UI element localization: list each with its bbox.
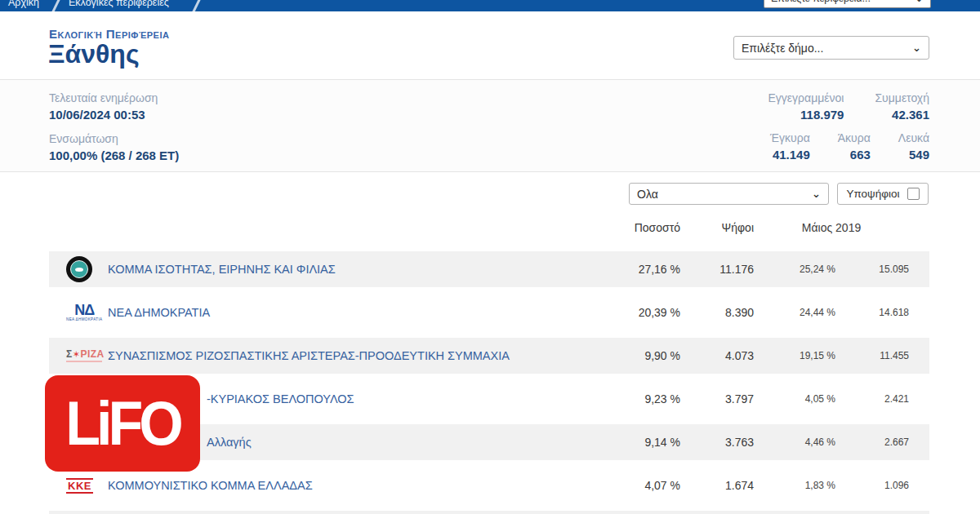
votes-cell: 3.797 [680, 392, 754, 405]
chevron-down-icon: ⌄ [812, 190, 821, 198]
chevron-down-icon: ⌄ [915, 0, 924, 2]
votes-cell: 8.390 [680, 306, 754, 319]
table-row[interactable]: ΚΟΜΜΑ ΙΣΟΤΗΤΑΣ, ΕΙΡΗΝΗΣ ΚΑΙ ΦΙΛΙΑΣ 27,16… [49, 251, 929, 287]
syriza-caption-bar [66, 361, 102, 362]
breadcrumb-home[interactable]: Αρχική [8, 0, 39, 9]
syriza-logo: Σ ✶ ΡΙΖΑ [49, 349, 108, 362]
valid-label: Έγκυρα [770, 130, 810, 146]
percent-cell: 9,23 % [603, 392, 680, 405]
stats-band: Τελευταία ενημέρωση 10/06/2024 00:53 Ενσ… [0, 80, 980, 172]
votes-cell: 4.073 [680, 349, 754, 362]
breadcrumb-separator [190, 0, 203, 11]
column-header-prev: Μάιος 2019 [754, 221, 909, 234]
turnout-label: Συμμετοχή [875, 90, 929, 106]
lifo-wordmark: LiFO [65, 392, 179, 454]
table-row[interactable] [49, 511, 929, 514]
kke-logo: ΚΚΕ [49, 478, 108, 494]
prev-percent-cell: 25,24 % [754, 264, 835, 275]
kief-logo [49, 256, 108, 282]
syriza-riza: ΡΙΖΑ [80, 349, 104, 359]
prev-votes-cell: 2.667 [835, 436, 909, 448]
party-name: ΝΕΑ ΔΗΜΟΚΡΑΤΙΑ [108, 306, 603, 319]
prev-votes-cell: 2.421 [835, 393, 909, 405]
candidates-checkbox[interactable] [907, 188, 920, 200]
breadcrumb-separator [50, 0, 63, 11]
breadcrumb-regions[interactable]: Εκλογικές περιφέρειες [69, 0, 169, 9]
registered-value: 118.979 [768, 106, 844, 123]
party-name: ΚΟΜΜΑ ΙΣΟΤΗΤΑΣ, ΕΙΡΗΝΗΣ ΚΑΙ ΦΙΛΙΑΣ [108, 263, 603, 276]
page-title: Ξάνθης [48, 39, 140, 69]
candidates-label: Υποψήφιοι [846, 188, 899, 200]
column-header-percent: Ποσοστό [603, 221, 680, 234]
last-update-label: Τελευταία ενημέρωση [49, 90, 179, 106]
percent-cell: 9,90 % [603, 349, 680, 362]
column-header-votes: Ψήφοι [680, 221, 754, 234]
top-nav-bar: Αρχική Εκλογικές περιφέρειες Επιλέξτε πε… [0, 0, 980, 11]
invalid-label: Άκυρα [838, 130, 871, 146]
table-header: Ποσοστό Ψήφοι Μάιος 2019 [49, 221, 929, 234]
percent-cell: 27,16 % [603, 263, 680, 276]
registered-label: Εγγεγραμμένοι [768, 90, 844, 106]
prev-votes-cell: 1.096 [835, 480, 909, 491]
last-update-value: 10/06/2024 00:53 [49, 106, 179, 123]
table-row[interactable]: Σ ✶ ΡΙΖΑ ΣΥΝΑΣΠΙΣΜΟΣ ΡΙΖΟΣΠΑΣΤΙΚΗΣ ΑΡΙΣΤ… [49, 338, 929, 374]
prev-percent-cell: 4,05 % [754, 393, 835, 405]
votes-cell: 3.763 [680, 436, 754, 449]
municipality-select[interactable]: Επιλέξτε δήμο... ⌄ [733, 36, 929, 60]
nd-caption: ΝΕΑ ΔΗΜΟΚΡΑΤΙΑ [66, 318, 102, 322]
table-row[interactable]: ΚΚΕ ΚΟΜΜΟΥΝΙΣΤΙΚΟ ΚΟΜΜΑ ΕΛΛΑΔΑΣ 4,07 % 1… [49, 467, 929, 503]
votes-cell: 1.674 [680, 479, 754, 492]
region-select[interactable]: Επιλέξτε περιφέρεια... ⌄ [764, 0, 931, 8]
votes-cell: 11.176 [680, 263, 754, 276]
results-filter-value: Ολα [637, 188, 658, 201]
percent-cell: 9,14 % [603, 436, 680, 449]
integration-label: Ενσωμάτωση [49, 131, 179, 147]
party-name: ΣΥΝΑΣΠΙΣΜΟΣ ΡΙΖΟΣΠΑΣΤΙΚΗΣ ΑΡΙΣΤΕΡΑΣ-ΠΡΟΟ… [108, 349, 603, 362]
prev-percent-cell: 19,15 % [754, 350, 835, 361]
region-select-value: Επιλέξτε περιφέρεια... [771, 0, 871, 4]
candidates-toggle[interactable]: Υποψήφιοι [837, 183, 929, 205]
prev-percent-cell: 1,83 % [754, 480, 835, 491]
table-row[interactable]: ΝΔ ΝΕΑ ΔΗΜΟΚΡΑΤΙΑ ΝΕΑ ΔΗΜΟΚΡΑΤΙΑ 20,39 %… [49, 295, 929, 330]
nd-mark: ΝΔ [74, 303, 94, 317]
integration-value: 100,00% (268 / 268 ΕΤ) [49, 147, 179, 164]
blank-value: 549 [898, 146, 929, 163]
prev-percent-cell: 4,46 % [754, 436, 835, 448]
prev-votes-cell: 14.618 [835, 307, 909, 318]
prev-percent-cell: 24,44 % [754, 307, 835, 318]
nea-dimokratia-logo: ΝΔ ΝΕΑ ΔΗΜΟΚΡΑΤΙΑ [49, 303, 108, 322]
percent-cell: 4,07 % [603, 479, 680, 492]
municipality-select-value: Επιλέξτε δήμο... [742, 42, 823, 55]
valid-value: 41.149 [770, 146, 810, 163]
prev-votes-cell: 15.095 [835, 264, 909, 275]
prev-votes-cell: 11.455 [835, 350, 909, 361]
chevron-down-icon: ⌄ [912, 44, 921, 52]
blank-label: Λευκά [898, 130, 929, 146]
kke-mark: ΚΚΕ [66, 478, 93, 494]
lifo-watermark-logo: LiFO [45, 375, 200, 472]
invalid-value: 663 [838, 146, 871, 163]
party-name: ΚΟΜΜΟΥΝΙΣΤΙΚΟ ΚΟΜΜΑ ΕΛΛΑΔΑΣ [108, 479, 603, 492]
turnout-value: 42.361 [875, 106, 929, 123]
percent-cell: 20,39 % [603, 306, 680, 319]
results-filter-select[interactable]: Ολα ⌄ [629, 183, 829, 205]
syriza-sigma: Σ [66, 349, 72, 359]
star-icon: ✶ [73, 350, 80, 359]
